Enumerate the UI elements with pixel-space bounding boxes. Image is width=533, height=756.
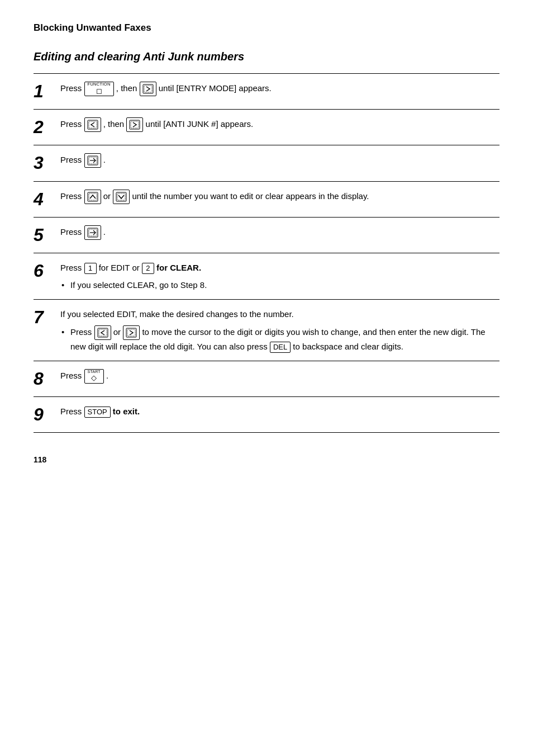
step-number-7: 7 bbox=[34, 300, 60, 361]
step6-for-edit-label: for EDIT or bbox=[99, 263, 142, 272]
step-number-8: 8 bbox=[34, 361, 60, 396]
table-row: 3 Press . bbox=[34, 145, 499, 181]
stop-key[interactable]: STOP bbox=[84, 407, 111, 418]
function-key[interactable]: FUNCTION ◻ bbox=[84, 82, 114, 96]
step1-until-label: until [ENTRY MODE] appears. bbox=[159, 83, 272, 93]
nav-down-icon bbox=[116, 192, 127, 202]
table-row: 8 Press START ◇ . bbox=[34, 361, 499, 396]
step6-for-clear-label: for CLEAR. bbox=[156, 263, 201, 272]
svg-rect-16 bbox=[98, 328, 108, 337]
nav-right-key-2[interactable] bbox=[126, 117, 143, 132]
svg-rect-18 bbox=[126, 328, 136, 337]
nav-right-icon-7 bbox=[126, 328, 137, 338]
table-row: 5 Press . bbox=[34, 217, 499, 253]
start-key-icon: ◇ bbox=[91, 374, 97, 382]
step-content-9: Press STOP to exit. bbox=[60, 397, 499, 433]
nav-left-icon bbox=[87, 120, 98, 130]
nav-up-icon bbox=[87, 192, 98, 202]
step-number-9: 9 bbox=[34, 397, 60, 433]
set-key-icon-5 bbox=[87, 228, 98, 238]
set-key-3[interactable] bbox=[84, 153, 101, 168]
step6-main: Press 1 for EDIT or 2 for CLEAR. bbox=[60, 261, 494, 274]
table-row: 4 Press or bbox=[34, 181, 499, 217]
svg-rect-17 bbox=[99, 329, 107, 336]
svg-rect-10 bbox=[89, 193, 97, 200]
step2-then-label: , then bbox=[103, 119, 125, 129]
step-content-6: Press 1 for EDIT or 2 for CLEAR. If you … bbox=[60, 253, 499, 300]
step-content-3: Press . bbox=[60, 145, 499, 181]
svg-rect-9 bbox=[88, 192, 98, 201]
nav-right-key-7[interactable] bbox=[123, 325, 140, 340]
step4-press-label: Press bbox=[60, 191, 82, 201]
svg-rect-12 bbox=[117, 193, 125, 200]
step2-press-label: Press bbox=[60, 119, 82, 129]
step6-bullet: If you selected CLEAR, go to Step 8. bbox=[60, 278, 494, 291]
step9-press-label: Press bbox=[60, 407, 82, 416]
svg-rect-2 bbox=[88, 120, 98, 129]
page-number: 118 bbox=[34, 455, 499, 464]
svg-rect-3 bbox=[89, 121, 97, 128]
step5-press-label: Press bbox=[60, 227, 82, 237]
table-row: 6 Press 1 for EDIT or 2 for CLEAR. If yo… bbox=[34, 253, 499, 300]
step-number-1: 1 bbox=[34, 74, 60, 110]
nav-right-key-1[interactable] bbox=[140, 82, 156, 96]
step-number-6: 6 bbox=[34, 253, 60, 300]
svg-rect-0 bbox=[143, 84, 153, 93]
step-number-2: 2 bbox=[34, 110, 60, 145]
set-key-icon bbox=[87, 155, 98, 166]
svg-rect-5 bbox=[131, 121, 139, 128]
key-2-button[interactable]: 2 bbox=[142, 263, 154, 274]
main-title: Blocking Unwanted Faxes bbox=[34, 22, 499, 34]
step-content-1: Press FUNCTION ◻ , then until [ENTRY MOD… bbox=[60, 74, 499, 110]
step7-bullet: Press or bbox=[60, 325, 494, 353]
step8-period: . bbox=[106, 371, 108, 380]
step9-exit-label: to exit. bbox=[113, 407, 140, 416]
step3-press-label: Press bbox=[60, 155, 82, 164]
section-title: Editing and clearing Anti Junk numbers bbox=[34, 50, 499, 63]
nav-right-icon-2 bbox=[129, 120, 140, 130]
table-row: 7 If you selected EDIT, make the desired… bbox=[34, 300, 499, 361]
step3-period: . bbox=[103, 155, 106, 164]
nav-left-icon-7 bbox=[97, 328, 108, 338]
step2-until-label: until [ANTI JUNK #] appears. bbox=[146, 119, 254, 129]
step6-press-label: Press bbox=[60, 263, 82, 272]
step7-or-label: or bbox=[113, 327, 123, 337]
step4-until-label: until the number you want to edit or cle… bbox=[132, 191, 369, 201]
step-number-4: 4 bbox=[34, 181, 60, 217]
step5-period: . bbox=[103, 227, 106, 237]
svg-rect-4 bbox=[130, 120, 140, 129]
function-key-icon: ◻ bbox=[96, 87, 102, 94]
step7-main-text: If you selected EDIT, make the desired c… bbox=[60, 308, 494, 320]
step7-end-text: to backspace and clear digits. bbox=[293, 342, 403, 351]
nav-right-icon bbox=[142, 84, 154, 94]
start-key[interactable]: START ◇ bbox=[84, 369, 104, 384]
svg-rect-1 bbox=[144, 86, 152, 92]
step-content-5: Press . bbox=[60, 217, 499, 253]
svg-rect-11 bbox=[116, 192, 126, 201]
step8-press-label: Press bbox=[60, 371, 82, 380]
nav-up-key-4[interactable] bbox=[84, 190, 101, 204]
svg-rect-19 bbox=[127, 329, 135, 336]
nav-left-key-2[interactable] bbox=[84, 117, 101, 132]
step-content-4: Press or bbox=[60, 181, 499, 217]
nav-down-key-4[interactable] bbox=[113, 190, 130, 204]
step4-or-label: or bbox=[103, 191, 113, 201]
step7-bullet-press: Press bbox=[70, 327, 92, 337]
table-row: 2 Press , then bbox=[34, 110, 499, 145]
step-content-8: Press START ◇ . bbox=[60, 361, 499, 396]
del-key[interactable]: DEL bbox=[270, 342, 291, 353]
set-key-5[interactable] bbox=[84, 225, 101, 240]
step-content-7: If you selected EDIT, make the desired c… bbox=[60, 300, 499, 361]
function-key-label: FUNCTION bbox=[88, 82, 111, 87]
step-content-2: Press , then bbox=[60, 110, 499, 145]
nav-left-key-7[interactable] bbox=[94, 325, 111, 340]
step1-then-label: , then bbox=[116, 83, 137, 93]
step-number-5: 5 bbox=[34, 217, 60, 253]
key-1-button[interactable]: 1 bbox=[84, 263, 97, 274]
table-row: 1 Press FUNCTION ◻ , then until [ bbox=[34, 74, 499, 110]
steps-table: 1 Press FUNCTION ◻ , then until [ bbox=[34, 73, 499, 433]
step-number-3: 3 bbox=[34, 145, 60, 181]
table-row: 9 Press STOP to exit. bbox=[34, 397, 499, 433]
step1-press-label: Press bbox=[60, 83, 82, 93]
